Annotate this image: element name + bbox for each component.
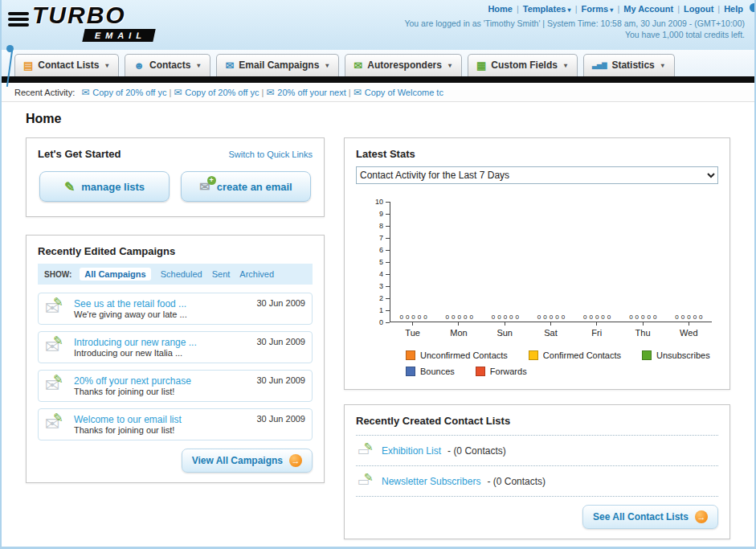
x-axis-label: Sat: [528, 328, 574, 338]
recent-activity-item[interactable]: ✉20% off your next: [266, 87, 345, 98]
create-email-button[interactable]: ✉+ create an email: [181, 171, 311, 202]
tab-contacts[interactable]: ☻Contacts▾: [125, 54, 210, 76]
x-axis-label: Sun: [482, 328, 528, 338]
bar-value-label: 0: [629, 313, 632, 321]
switch-quick-links-link[interactable]: Switch to Quick Links: [228, 150, 313, 159]
get-started-title: Let's Get Started: [38, 148, 121, 160]
separator: |: [715, 4, 722, 14]
header: TURBO EMAIL Home|Templates ▾|Forms ▾|My …: [2, 0, 754, 50]
x-axis-label: Thu: [619, 328, 665, 338]
bar-value-label: 0: [653, 313, 656, 321]
top-link-home[interactable]: Home: [486, 4, 514, 14]
filter-archived[interactable]: Archived: [239, 269, 274, 279]
tab-contact-lists[interactable]: ▤Contact Lists▾: [14, 54, 119, 76]
campaign-date: 30 Jun 2009: [256, 337, 305, 346]
bar-value-label: 0: [457, 313, 460, 321]
legend-swatch: [642, 350, 652, 360]
legend-item-unconfirmed-contacts: Unconfirmed Contacts: [406, 350, 508, 360]
bar-group: 00000: [620, 313, 666, 322]
contact-list-row[interactable]: ▭✎Exhibition List - (0 Contacts): [356, 436, 718, 466]
separator: |: [166, 88, 174, 97]
recent-activity-item[interactable]: ✉Copy of 20% off yc: [174, 87, 259, 98]
x-axis-label: Wed: [666, 328, 712, 338]
stats-activity-select[interactable]: Contact Activity for the Last 7 Days: [356, 166, 718, 184]
bar-value-labels: 00000: [399, 313, 427, 322]
campaign-text: 20% off your next purchaseThanks for joi…: [74, 375, 248, 396]
logo[interactable]: TURBO EMAIL: [10, 3, 154, 42]
filter-all-campaigns[interactable]: All Campaigns: [80, 268, 150, 281]
tab-custom-fields[interactable]: ▦Custom Fields▾: [468, 54, 578, 76]
campaign-title-link[interactable]: See us at the retail food ...: [74, 298, 248, 309]
campaign-row[interactable]: ✉✎Introducing our new range ...Introduci…: [38, 331, 313, 363]
filter-scheduled[interactable]: Scheduled: [161, 269, 202, 279]
y-axis-label: 5: [379, 258, 383, 266]
y-axis-tick: [386, 322, 390, 323]
filter-sent[interactable]: Sent: [212, 269, 231, 279]
main-nav: ▤Contact Lists▾☻Contacts▾✉Email Campaign…: [2, 50, 754, 76]
header-edge-dot: [750, 3, 756, 12]
campaign-text: Welcome to our email listThanks for join…: [74, 414, 248, 435]
top-nav: Home|Templates ▾|Forms ▾|My Account|Logo…: [404, 4, 745, 14]
tab-email-campaigns[interactable]: ✉Email Campaigns▾: [216, 54, 339, 76]
bar-value-label: 0: [681, 313, 684, 321]
bar-value-label: 0: [595, 313, 599, 321]
email-edit-icon: ✉✎: [45, 375, 66, 396]
campaign-title-link[interactable]: 20% off your next purchase: [74, 375, 248, 387]
see-all-contact-lists-button[interactable]: See All Contact Lists →: [582, 505, 718, 529]
top-link-forms[interactable]: Forms ▾: [580, 4, 615, 14]
campaign-title-link[interactable]: Introducing our new range ...: [74, 337, 248, 348]
legend-label: Unsubscribes: [656, 350, 710, 360]
bar-value-label: 0: [509, 313, 513, 321]
recent-campaigns-panel: Recently Edited Campaigns SHOW: All Camp…: [26, 235, 325, 483]
contact-list-name-link[interactable]: Exhibition List: [382, 445, 441, 457]
list-edit-icon: ▭✎: [358, 473, 375, 489]
bar-value-label: 0: [543, 313, 546, 321]
autoresponders-icon: ✉: [353, 60, 362, 71]
top-link-help[interactable]: Help: [722, 4, 745, 14]
top-link-my-account[interactable]: My Account: [622, 4, 675, 14]
view-all-campaigns-button[interactable]: View All Campaigns →: [182, 449, 313, 473]
recent-activity-item[interactable]: ✉Copy of Welcome tc: [353, 87, 443, 98]
recent-activity-item[interactable]: ✉Copy of 20% off yc: [81, 87, 166, 98]
bar-value-label: 0: [648, 313, 651, 321]
manage-lists-label: manage lists: [81, 181, 145, 193]
recent-activity-item-label: Copy of 20% off yc: [185, 88, 259, 97]
top-link-logout[interactable]: Logout: [682, 4, 715, 14]
campaign-row[interactable]: ✉✎Welcome to our email listThanks for jo…: [38, 408, 313, 440]
x-axis-tick: [574, 322, 619, 326]
list-edit-icon: ▭✎: [358, 443, 375, 458]
top-link-templates[interactable]: Templates ▾: [521, 4, 573, 14]
latest-stats-title: Latest Stats: [356, 148, 415, 160]
x-axis-tick: [482, 322, 528, 326]
bar-value-label: 0: [452, 313, 455, 321]
chevron-down-icon: ▾: [105, 62, 108, 69]
page-title: Home: [26, 112, 730, 126]
statistics-icon: ▃▅▇: [592, 60, 607, 71]
campaign-date: 30 Jun 2009: [256, 375, 305, 385]
campaign-row[interactable]: ✉✎20% off your next purchaseThanks for j…: [38, 370, 313, 402]
contact-list-name-link[interactable]: Newsletter Subscribers: [382, 476, 480, 487]
recent-activity-label: Recent Activity:: [14, 88, 75, 97]
chevron-down-icon: ▾: [608, 6, 613, 14]
recent-activity-item-label: Copy of Welcome tc: [365, 88, 443, 97]
bar-value-label: 0: [693, 313, 697, 321]
campaign-row[interactable]: ✉✎See us at the retail food ...We're giv…: [38, 293, 313, 325]
login-info: You are logged in as 'Timothy Smith' | S…: [404, 18, 745, 28]
campaign-subtitle: Thanks for joining our list!: [74, 387, 248, 396]
contact-list-row[interactable]: ▭✎Newsletter Subscribers - (0 Contacts): [356, 466, 718, 497]
nav-divider-bar: [2, 76, 754, 83]
email-campaigns-icon: ✉: [225, 60, 234, 71]
y-axis-label: 8: [379, 222, 383, 230]
tab-autoresponders[interactable]: ✉Autoresponders▾: [345, 54, 462, 76]
tab-statistics[interactable]: ▃▅▇Statistics▾: [583, 54, 675, 76]
bar-value-labels: 00000: [446, 313, 473, 322]
campaign-list: ✉✎See us at the retail food ...We're giv…: [38, 293, 313, 440]
manage-lists-button[interactable]: ✎ manage lists: [39, 171, 170, 202]
contact-list-count: - (0 Contacts): [487, 476, 546, 487]
contact-activity-chart: 109876543210 000000000000000000000000000…: [370, 202, 712, 376]
campaign-title-link[interactable]: Welcome to our email list: [74, 414, 248, 425]
bar-value-label: 0: [583, 313, 586, 321]
get-started-panel: Let's Get Started Switch to Quick Links …: [26, 137, 325, 217]
chevron-down-icon: ▾: [661, 62, 664, 69]
tab-label: Contact Lists: [38, 59, 99, 71]
